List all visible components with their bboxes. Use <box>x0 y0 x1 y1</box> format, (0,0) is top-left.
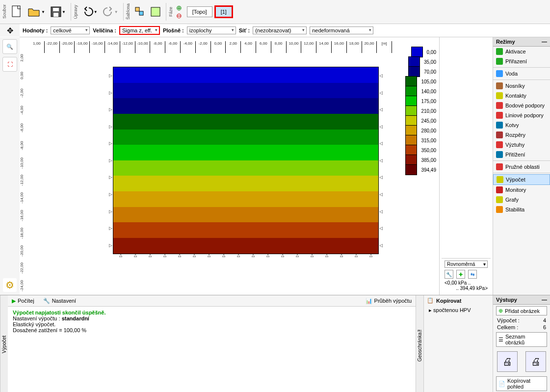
mode-item-výztuhy[interactable]: Výztuhy <box>493 140 550 150</box>
out-celkem-label: Celkem : <box>497 324 518 330</box>
group-phase: Fáze <box>168 7 173 17</box>
group-template: Šablona <box>126 3 131 20</box>
modes-title: Režimy <box>496 39 515 45</box>
out-vypocet-label: Výpočet : <box>497 317 520 323</box>
save-file-button[interactable]: ▼ <box>48 2 68 22</box>
copy-panel: 📋Kopírovat ▸ spočtenou HPV <box>423 295 493 392</box>
image-list-button[interactable]: ☰Seznam obrázků <box>496 332 547 347</box>
mode-item-stabilita[interactable]: Stabilita <box>493 205 550 214</box>
compute-settings-button[interactable]: 🔧Nastavení <box>43 298 77 304</box>
mode-item-liniové-podpory[interactable]: Liniové podpory <box>493 110 550 120</box>
open-file-button[interactable]: ▼ <box>26 2 47 22</box>
msg-line1: Nastavení výpočtu : standardní <box>13 315 411 321</box>
deform-dropdown[interactable]: nedeformovaná <box>310 26 373 34</box>
mesh-dropdown[interactable]: (nezobrazovat) <box>253 26 307 34</box>
svg-rect-4 <box>135 7 139 11</box>
copy-view-button[interactable]: 📄Kopírovat pohled <box>496 376 547 391</box>
side-label-vypocet: Výpočet <box>0 295 8 392</box>
copy-item-hpv[interactable]: ▸ spočtenou HPV <box>424 306 493 315</box>
progress-button[interactable]: 📊Průběh výpočtu <box>366 298 412 304</box>
values-label: Hodnoty : <box>23 27 48 33</box>
mode-item-monitory[interactable]: Monitory <box>493 185 550 195</box>
mode-item-grafy[interactable]: Grafy <box>493 195 550 205</box>
compute-button[interactable]: ▶Počítej <box>12 298 34 304</box>
group-file: Soubor <box>2 4 7 19</box>
quantity-label: Veličina : <box>93 27 116 33</box>
phase-tab-topo[interactable]: [Topo] <box>187 6 212 17</box>
svg-rect-3 <box>53 13 58 17</box>
template-button-2[interactable] <box>148 2 163 22</box>
collapse-icon[interactable]: — <box>542 39 547 45</box>
phase-tab-1[interactable]: [1] <box>214 5 233 18</box>
model-canvas[interactable]: 1,00-22,00-20,00-18,00-16,00-14,00-12,00… <box>20 37 392 295</box>
mode-item-bodové-podpory[interactable]: Bodové podpory <box>493 101 550 110</box>
add-phase-button[interactable]: ⊕ <box>176 4 182 11</box>
mode-item-výpočet[interactable]: Výpočet <box>493 174 550 185</box>
zoom-tool[interactable]: 🔍 <box>2 39 17 54</box>
stress-plot: ▷▷▷▷▷▷▷▷▷▷▷ ◁◁◁◁◁◁◁◁◁◁◁ △△△△△△△△△△△△△△△△… <box>113 67 379 254</box>
color-legend: 0,0035,0070,00105,00140,00175,00210,0024… <box>392 37 439 295</box>
svg-rect-2 <box>53 8 59 11</box>
out-vypocet-val: 4 <box>543 317 546 323</box>
scale-min: <0,00 kPa .. <box>445 280 488 286</box>
add-image-button[interactable]: ⊕Přidat obrázek <box>496 306 547 315</box>
left-toolbar: 🔍 ⛶ ⚙ <box>0 37 20 295</box>
svg-rect-5 <box>139 11 143 15</box>
message-panel: ▶Počítej 🔧Nastavení 📊Průběh výpočtu Výpo… <box>8 295 416 392</box>
mode-item-pružné-oblasti[interactable]: Pružné oblasti <box>493 162 550 172</box>
surface-dropdown[interactable]: izoplochy <box>187 26 236 34</box>
mode-item-aktivace[interactable]: Aktivace <box>493 47 550 56</box>
scale-tool-wrench[interactable]: 🔧 <box>445 270 453 279</box>
copy-icon: 📋 <box>427 297 434 304</box>
msg-line3: Dosažené zatížení = 100,00 % <box>13 327 411 333</box>
scale-tool-swap[interactable]: ⇆ <box>468 270 477 279</box>
outputs-panel: Výstupy— ⊕Přidat obrázek Výpočet :4 Celk… <box>493 295 550 392</box>
ruler-vertical: 2,000,00-2,00-4,00-6,00-8,00-10,00-12,00… <box>20 49 29 295</box>
extent-tool[interactable]: ⛶ <box>2 57 17 72</box>
copy-title: Kopírovat <box>436 298 461 304</box>
redo-button[interactable]: ▼ <box>101 2 120 22</box>
scale-box: Rovnoměrná 🔧 ✚ ⇆ <0,00 kPa .. .. 394,49 … <box>442 258 491 293</box>
values-dropdown[interactable]: celkové <box>51 26 90 34</box>
print-button-2[interactable]: 🖨 <box>525 351 546 372</box>
mode-item-přiřazení[interactable]: Přiřazení <box>493 56 550 66</box>
modes-panel: Režimy— AktivacePřiřazeníVodaNosníkyKont… <box>493 37 550 295</box>
pan-icon[interactable]: ✥ <box>7 26 13 35</box>
print-button-1[interactable]: 🖨 <box>497 351 518 372</box>
mode-item-přitížení[interactable]: Přitížení <box>493 150 550 159</box>
settings-button[interactable]: ⚙ <box>3 278 17 292</box>
new-file-button[interactable] <box>9 2 25 22</box>
remove-phase-button[interactable]: ⊖ <box>176 12 182 19</box>
main-toolbar: Soubor ▼ ▼ Úpravy ▼ ▼ Šablona Fáze ⊕ ⊖ [… <box>0 0 550 24</box>
quantity-dropdown[interactable]: Sigma z, eff. <box>119 26 160 35</box>
out-celkem-val: 6 <box>543 324 546 330</box>
mode-item-kotvy[interactable]: Kotvy <box>493 120 550 130</box>
scale-tool-add[interactable]: ✚ <box>456 270 465 279</box>
scale-dropdown[interactable]: Rovnoměrná <box>445 261 488 268</box>
outputs-title: Výstupy <box>496 297 517 303</box>
mode-item-rozpěry[interactable]: Rozpěry <box>493 130 550 140</box>
group-edit: Úpravy <box>73 5 78 19</box>
mode-item-kontakty[interactable]: Kontakty <box>493 91 550 101</box>
scale-max: .. 394,49 kPa> <box>445 286 488 291</box>
msg-line2: Elastický výpočet. <box>13 321 411 327</box>
mode-item-voda[interactable]: Voda <box>493 69 550 78</box>
options-bar: Hodnoty : celkové Veličina : Sigma z, ef… <box>20 24 550 37</box>
side-label-clipboard: Geoschránka™ <box>416 295 423 392</box>
svg-rect-6 <box>151 7 160 16</box>
surface-label: Plošně : <box>163 27 184 33</box>
mesh-label: Síť : <box>239 27 250 33</box>
msg-success: Výpočet napjatosti skončil úspěšně. <box>13 310 411 315</box>
svg-rect-0 <box>12 6 20 17</box>
ruler-horizontal: 1,00-22,00-20,00-18,00-16,00-14,00-12,00… <box>29 37 392 49</box>
undo-button[interactable]: ▼ <box>80 2 100 22</box>
mode-item-nosníky[interactable]: Nosníky <box>493 81 550 91</box>
collapse-icon[interactable]: — <box>542 297 547 303</box>
template-button-1[interactable] <box>132 2 147 22</box>
